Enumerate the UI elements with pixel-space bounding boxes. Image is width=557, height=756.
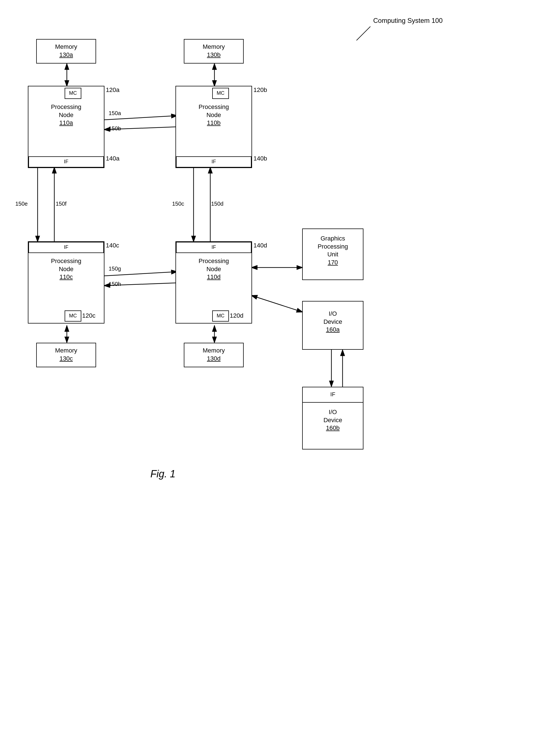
if-140d-box: IF [176,242,252,253]
svg-line-11 [104,272,177,276]
memory-130a-box: Memory130a [36,39,96,63]
label-120c: 120c [82,312,95,319]
if-140b-label: IF [177,159,251,165]
mc-120b-box: MC [212,88,229,99]
if-140a-box: IF [28,156,104,167]
label-140d: 140d [254,242,267,249]
mc-120d-label: MC [213,313,228,319]
mc-120b-label: MC [213,90,228,96]
mc-120d-box: MC [212,310,229,321]
node-110a-label: ProcessingNode110a [28,103,104,127]
memory-130b-label: Memory130b [184,43,243,59]
label-150f: 150f [56,201,66,207]
svg-line-18 [251,296,303,312]
fig-caption: Fig. 1 [150,468,175,480]
gpu-170-label: GraphicsProcessingUnit170 [303,235,363,267]
io-160b-box: IF I/ODevice160b [302,387,363,449]
mc-120a-label: MC [65,90,81,96]
node-110a-box: MC ProcessingNode110a IF [28,86,105,168]
memory-130d-box: Memory130d [184,343,244,367]
memory-130c-box: Memory130c [36,343,96,367]
if-160b-label: IF [303,391,363,398]
memory-130b-box: Memory130b [184,39,244,63]
if-140b-box: IF [176,156,252,167]
memory-130a-label: Memory130a [37,43,95,59]
label-150c: 150c [172,201,184,207]
label-120b: 120b [254,86,267,94]
memory-130c-label: Memory130c [37,347,95,363]
node-110c-box: IF ProcessingNode110c MC [28,241,105,324]
label-150d: 150d [211,201,224,207]
if-140a-label: IF [29,159,103,165]
mc-120a-box: MC [65,88,81,99]
svg-line-4 [356,26,371,40]
node-110d-label: ProcessingNode110d [176,257,252,281]
label-150a: 150a [109,110,121,116]
diagram-container: Computing System 100 [0,0,557,756]
computing-system-label: Computing System 100 [373,17,443,25]
label-150b: 150b [109,125,121,132]
label-140b: 140b [254,155,267,162]
node-110b-box: MC ProcessingNode110b IF [175,86,252,168]
io-160a-label: I/ODevice160a [303,310,363,334]
memory-130d-label: Memory130d [184,347,243,363]
label-150h: 150h [109,281,121,287]
label-140a: 140a [106,155,119,162]
mc-120c-box: MC [65,310,81,321]
node-110d-box: IF ProcessingNode110d MC [175,241,252,324]
node-110b-label: ProcessingNode110b [176,103,252,127]
label-120d: 120d [230,312,243,319]
if-140d-label: IF [177,244,251,251]
node-110c-label: ProcessingNode110c [28,257,104,281]
label-140c: 140c [106,242,119,249]
label-150g: 150g [109,265,121,272]
if-140c-box: IF [28,242,104,253]
if-140c-label: IF [29,244,103,251]
label-150e: 150e [15,201,28,207]
io-160b-label: I/ODevice160b [303,408,363,432]
mc-120c-label: MC [65,313,81,319]
io-160a-box: I/ODevice160a [302,301,363,350]
label-120a: 120a [106,86,119,94]
gpu-170-box: GraphicsProcessingUnit170 [302,228,363,280]
